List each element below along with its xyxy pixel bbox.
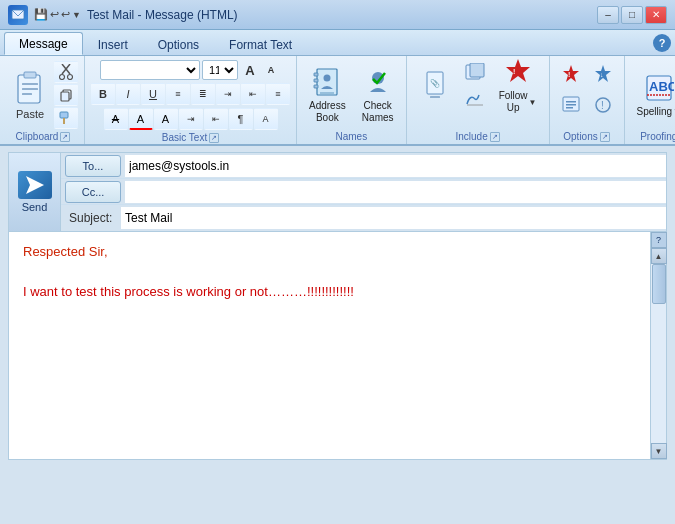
high-importance-button[interactable]: ! xyxy=(556,60,586,90)
font-selector[interactable] xyxy=(100,60,200,80)
save-quick-btn[interactable]: 💾 xyxy=(34,8,48,21)
paste-button[interactable]: Paste xyxy=(8,67,52,123)
outdent-btn2[interactable]: ⇤ xyxy=(204,108,228,130)
cut-button[interactable] xyxy=(54,61,78,83)
check-names-button[interactable]: CheckNames xyxy=(356,62,400,128)
tab-message[interactable]: Message xyxy=(4,32,83,55)
app-icon xyxy=(8,5,28,25)
maximize-btn[interactable]: □ xyxy=(621,6,643,24)
attach-item-button[interactable] xyxy=(460,60,490,84)
tab-options[interactable]: Options xyxy=(143,33,214,55)
strikethrough-btn[interactable]: A xyxy=(104,108,128,130)
svg-text:!: ! xyxy=(513,68,515,75)
options-expand[interactable]: ↗ xyxy=(600,132,610,142)
names-group: AddressBook CheckNames Names xyxy=(297,56,407,144)
svg-rect-12 xyxy=(60,112,68,118)
paragraph-btn[interactable]: ¶ xyxy=(229,108,253,130)
italic-button[interactable]: I xyxy=(116,83,140,105)
address-book-button[interactable]: AddressBook xyxy=(303,62,352,128)
scrollbar: ? ▲ ▼ xyxy=(650,232,666,459)
title-bar: 💾 ↩ ↩ ▼ Test Mail - Message (HTML) – □ ✕ xyxy=(0,0,675,30)
options-small-btn2[interactable]: ! xyxy=(588,92,618,118)
proofing-label: Proofing xyxy=(640,129,675,142)
include-group: 📎 xyxy=(407,56,550,144)
clipboard-group: Paste xyxy=(2,56,85,144)
tab-format-text[interactable]: Format Text xyxy=(214,33,307,55)
svg-point-18 xyxy=(324,74,331,81)
svg-rect-17 xyxy=(314,85,318,88)
cc-row: Cc... xyxy=(61,179,666,205)
more-quick-btn[interactable]: ▼ xyxy=(72,10,81,20)
clear-format-btn[interactable]: A xyxy=(254,108,278,130)
send-label: Send xyxy=(22,201,48,213)
text-size-buttons: A A xyxy=(240,60,281,80)
basic-text-expand[interactable]: ↗ xyxy=(209,133,219,143)
close-btn[interactable]: ✕ xyxy=(645,6,667,24)
svg-rect-11 xyxy=(61,92,69,101)
include-expand[interactable]: ↗ xyxy=(490,132,500,142)
to-input[interactable] xyxy=(125,155,666,177)
numbered-list-button[interactable]: ≣ xyxy=(191,83,215,105)
svg-rect-4 xyxy=(22,88,38,90)
basic-text-group: 11 A A B I U ≡ ≣ ⇥ ⇤ ≡ A A A xyxy=(85,56,297,144)
increase-size-btn[interactable]: A xyxy=(240,60,260,80)
names-content: AddressBook CheckNames xyxy=(303,60,400,129)
cc-input[interactable] xyxy=(125,181,666,203)
clipboard-expand[interactable]: ↗ xyxy=(60,132,70,142)
svg-rect-2 xyxy=(24,72,36,78)
indent-btn[interactable]: ⇥ xyxy=(216,83,240,105)
include-label: Include ↗ xyxy=(455,129,499,142)
subject-row: Subject: xyxy=(61,205,666,231)
decrease-size-btn[interactable]: A xyxy=(261,60,281,80)
align-btn[interactable]: ≡ xyxy=(266,83,290,105)
undo-quick-btn[interactable]: ↩ xyxy=(50,8,59,21)
format-painter-button[interactable] xyxy=(54,107,78,129)
attach-file-button[interactable]: 📎 xyxy=(413,65,457,105)
outdent-btn[interactable]: ⇤ xyxy=(241,83,265,105)
svg-rect-25 xyxy=(470,63,484,77)
low-importance-button[interactable]: ↓ xyxy=(588,60,618,90)
subject-input[interactable] xyxy=(121,207,666,229)
scroll-up-btn[interactable]: ▲ xyxy=(651,248,667,264)
list-button[interactable]: ≡ xyxy=(166,83,190,105)
svg-text:!: ! xyxy=(601,100,604,111)
bold-button[interactable]: B xyxy=(91,83,115,105)
clipboard-label: Clipboard ↗ xyxy=(16,129,71,142)
scroll-thumb[interactable] xyxy=(652,264,666,304)
underline-button[interactable]: U xyxy=(141,83,165,105)
quick-access-toolbar: 💾 ↩ ↩ ▼ xyxy=(34,8,81,21)
title-text: Test Mail - Message (HTML) xyxy=(87,8,238,22)
help-btn[interactable]: ? xyxy=(653,34,671,52)
check-names-label: CheckNames xyxy=(362,100,394,124)
redo-quick-btn[interactable]: ↩ xyxy=(61,8,70,21)
color-buttons: A A A ⇥ ⇤ ¶ A xyxy=(104,108,278,130)
to-button[interactable]: To... xyxy=(65,155,121,177)
signature-button[interactable] xyxy=(460,86,490,110)
email-body-content[interactable]: Respected Sir, I want to test this proce… xyxy=(9,232,650,459)
copy-button[interactable] xyxy=(54,84,78,106)
address-book-icon xyxy=(311,66,343,98)
cc-button[interactable]: Cc... xyxy=(65,181,121,203)
proofing-content: ABC Spelling ▼ xyxy=(631,60,675,129)
font-size-selector[interactable]: 11 xyxy=(202,60,238,80)
body-line2: I want to test this process is working o… xyxy=(23,284,636,299)
tab-insert[interactable]: Insert xyxy=(83,33,143,55)
help-corner-icon[interactable]: ? xyxy=(651,232,667,248)
attach-file-icon: 📎 xyxy=(419,69,451,101)
to-row: To... xyxy=(61,153,666,179)
font-color-btn[interactable]: A xyxy=(129,108,153,130)
svg-rect-16 xyxy=(314,79,318,82)
window-controls: – □ ✕ xyxy=(597,6,667,24)
follow-up-button[interactable]: ! FollowUp ▼ xyxy=(493,52,543,118)
svg-text:↓: ↓ xyxy=(600,71,604,78)
proofing-group: ABC Spelling ▼ Proofing xyxy=(625,56,675,144)
indent-btn2[interactable]: ⇥ xyxy=(179,108,203,130)
minimize-btn[interactable]: – xyxy=(597,6,619,24)
recipients-area: To... Cc... Subject: xyxy=(61,153,666,231)
highlight-btn[interactable]: A xyxy=(154,108,178,130)
scroll-down-btn[interactable]: ▼ xyxy=(651,443,667,459)
spelling-button[interactable]: ABC Spelling ▼ xyxy=(631,68,675,122)
options-small-btn1[interactable] xyxy=(556,92,586,118)
email-body-area: Respected Sir, I want to test this proce… xyxy=(8,232,667,460)
send-button[interactable]: Send xyxy=(9,153,61,231)
